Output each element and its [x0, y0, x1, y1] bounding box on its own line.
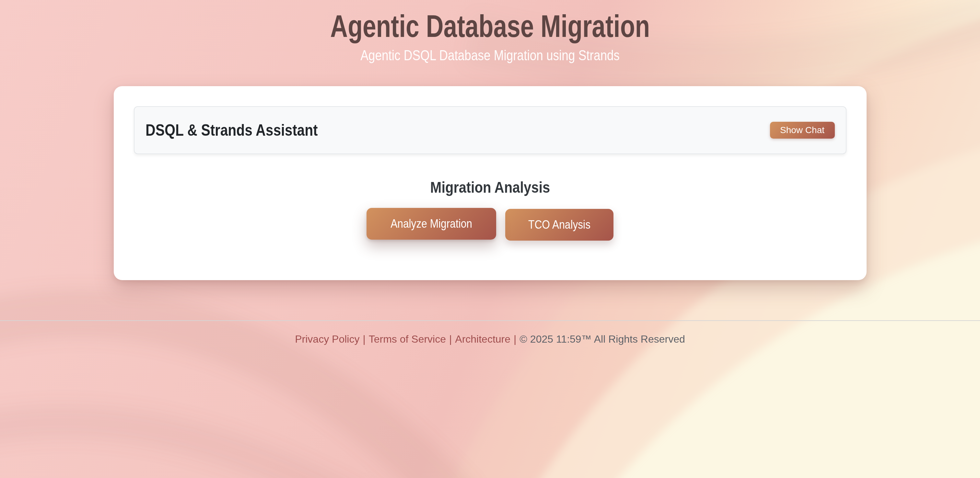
tco-analysis-button[interactable]: TCO Analysis	[505, 209, 614, 241]
analyze-migration-button[interactable]: Analyze Migration	[366, 208, 496, 240]
analyze-migration-label: Analyze Migration	[390, 217, 472, 230]
footer-link-terms-of-service[interactable]: Terms of Service	[369, 333, 446, 345]
footer-separator: |	[363, 333, 365, 345]
show-chat-button[interactable]: Show Chat	[770, 122, 835, 138]
hero-header: Agentic Database Migration Agentic DSQL …	[0, 0, 980, 65]
page-background: Agentic Database Migration Agentic DSQL …	[0, 0, 980, 478]
page-title: Agentic Database Migration	[330, 8, 650, 44]
footer-separator: |	[514, 333, 516, 345]
analysis-button-row: Analyze Migration TCO Analysis	[134, 209, 846, 241]
footer-copyright: © 2025 11:59™ All Rights Reserved	[520, 333, 685, 345]
footer-divider	[0, 320, 980, 321]
migration-analysis-section: Migration Analysis Analyze Migration TCO…	[134, 154, 846, 241]
main-card: DSQL & Strands Assistant Show Chat Migra…	[114, 86, 867, 281]
footer-link-privacy-policy[interactable]: Privacy Policy	[295, 333, 360, 345]
footer-link-architecture[interactable]: Architecture	[455, 333, 511, 345]
assistant-title: DSQL & Strands Assistant	[145, 121, 318, 140]
assistant-header-bar: DSQL & Strands Assistant Show Chat	[134, 106, 846, 154]
tco-analysis-label: TCO Analysis	[528, 218, 590, 232]
footer: Privacy Policy|Terms of Service|Architec…	[0, 332, 980, 346]
footer-separator: |	[449, 333, 452, 345]
page-subtitle: Agentic DSQL Database Migration using St…	[360, 46, 620, 64]
migration-analysis-heading: Migration Analysis	[430, 178, 550, 197]
